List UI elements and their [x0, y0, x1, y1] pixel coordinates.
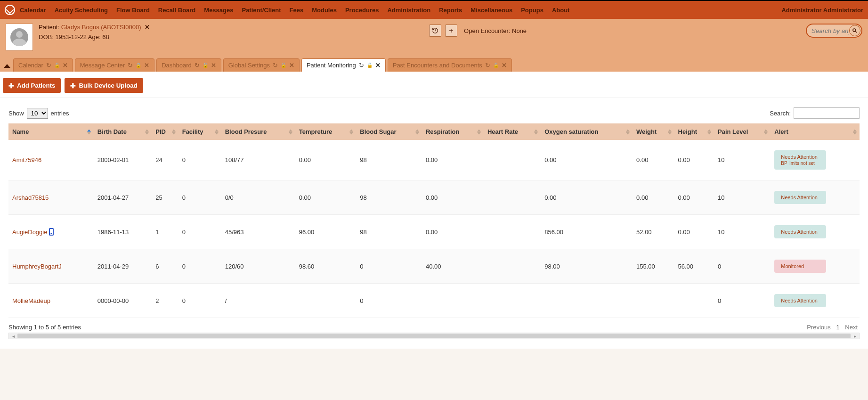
nav-item-modules[interactable]: Modules: [312, 7, 337, 14]
col-label: Height: [678, 128, 697, 135]
nav-item-patient-client[interactable]: Patient/Client: [242, 7, 281, 14]
cell: 98.60: [295, 249, 357, 284]
nav-item-flow-board[interactable]: Flow Board: [116, 7, 150, 14]
alert-badge[interactable]: Needs Attention: [774, 191, 826, 204]
global-search-button[interactable]: [849, 25, 860, 36]
nav-item-acuity-scheduling[interactable]: Acuity Scheduling: [55, 7, 108, 14]
clear-patient-icon[interactable]: ✕: [145, 24, 150, 31]
col-tempreture[interactable]: Tempreture: [295, 123, 357, 140]
alert-badge[interactable]: Needs AttentionBP limits not set: [774, 150, 826, 170]
patient-name-link[interactable]: HumphreyBogartJ: [12, 263, 62, 270]
col-heart-rate[interactable]: Heart Rate: [484, 123, 541, 140]
alert-badge[interactable]: Needs Attention: [774, 294, 826, 307]
close-icon[interactable]: ✕: [144, 62, 149, 69]
pager-current-page[interactable]: 1: [836, 324, 839, 331]
col-pain-level[interactable]: Pain Level: [714, 123, 771, 140]
page-size-select[interactable]: 10: [27, 108, 48, 119]
nav-item-about[interactable]: About: [552, 7, 570, 14]
cell-name[interactable]: Arshad75815: [8, 180, 94, 215]
tab-global-settings[interactable]: Global Settings✕: [223, 58, 300, 72]
refresh-icon[interactable]: [359, 62, 364, 69]
collapse-header-icon[interactable]: [4, 64, 10, 68]
nav-item-fees[interactable]: Fees: [290, 7, 304, 14]
col-pid[interactable]: PID: [152, 123, 178, 140]
cell: 0: [178, 284, 221, 318]
nav-item-miscellaneous[interactable]: Miscellaneous: [471, 7, 512, 14]
close-icon[interactable]: ✕: [375, 62, 381, 69]
patient-name-link[interactable]: Amit75946: [12, 156, 41, 163]
col-label: Tempreture: [299, 128, 333, 135]
patient-name-link[interactable]: MollieMadeup: [12, 297, 50, 304]
global-search-input[interactable]: [811, 27, 849, 34]
tab-dashboard[interactable]: Dashboard✕: [156, 58, 221, 72]
cell-name[interactable]: HumphreyBogartJ: [8, 249, 94, 284]
tab-message-center[interactable]: Message Center✕: [75, 58, 154, 72]
col-respiration[interactable]: Respiration: [422, 123, 484, 140]
table-search-input[interactable]: [794, 107, 860, 119]
refresh-icon[interactable]: [128, 62, 133, 69]
cell-name[interactable]: MollieMadeup: [8, 284, 94, 318]
horizontal-scrollbar[interactable]: ◂ ▸: [8, 333, 860, 339]
refresh-icon[interactable]: [485, 62, 490, 69]
close-icon[interactable]: ✕: [502, 62, 507, 69]
cell-name[interactable]: Amit75946: [8, 140, 94, 180]
patient-avatar[interactable]: [6, 24, 33, 51]
patient-name-link[interactable]: AugieDoggie: [12, 229, 47, 236]
col-birth-date[interactable]: Birth Date: [94, 123, 152, 140]
sort-icon: [349, 129, 353, 134]
col-height[interactable]: Height: [674, 123, 714, 140]
encounter-history-button[interactable]: [429, 24, 441, 37]
refresh-icon[interactable]: [273, 62, 278, 69]
cell: 0.00: [674, 215, 714, 249]
patient-name-link[interactable]: Arshad75815: [12, 194, 49, 201]
col-oxygen-saturation[interactable]: Oxygen saturation: [541, 123, 633, 140]
close-icon[interactable]: ✕: [63, 62, 68, 69]
unlock-icon[interactable]: [493, 63, 499, 68]
cell: 120/60: [221, 249, 295, 284]
col-weight[interactable]: Weight: [633, 123, 674, 140]
nav-item-recall-board[interactable]: Recall Board: [158, 7, 195, 14]
pager-next[interactable]: Next: [845, 324, 858, 331]
sort-icon: [477, 129, 481, 134]
nav-item-reports[interactable]: Reports: [439, 7, 462, 14]
add-patients-button[interactable]: ✚Add Patients: [3, 78, 61, 93]
alert-badge[interactable]: Monitored: [774, 260, 826, 273]
cell-name[interactable]: AugieDoggie: [8, 215, 94, 249]
nav-item-calendar[interactable]: Calendar: [20, 7, 46, 14]
close-icon[interactable]: ✕: [289, 62, 294, 69]
col-name[interactable]: Name: [8, 123, 94, 140]
tab-calendar[interactable]: Calendar✕: [13, 58, 73, 72]
tab-patient-monitoring[interactable]: Patient Monitoring✕: [301, 58, 386, 72]
refresh-icon[interactable]: [46, 62, 51, 69]
nav-item-popups[interactable]: Popups: [521, 7, 544, 14]
alert-badge[interactable]: Needs Attention: [774, 225, 826, 238]
col-label: PID: [155, 128, 166, 135]
new-encounter-button[interactable]: [445, 24, 457, 37]
scroll-right-icon[interactable]: ▸: [851, 333, 859, 339]
refresh-icon[interactable]: [195, 62, 200, 69]
cell-alert: Needs Attention: [771, 215, 860, 249]
col-blood-presure[interactable]: Blood Presure: [221, 123, 295, 140]
unlock-icon[interactable]: [367, 63, 373, 68]
app-logo-icon[interactable]: [5, 5, 15, 15]
unlock-icon[interactable]: [54, 63, 60, 68]
patient-label: Patient:: [39, 24, 59, 31]
tab-past-encounters-and-documents[interactable]: Past Encounters and Documents✕: [388, 58, 512, 72]
unlock-icon[interactable]: [203, 63, 208, 68]
nav-item-administration[interactable]: Administration: [387, 7, 430, 14]
scroll-left-icon[interactable]: ◂: [9, 333, 17, 339]
patient-name-link[interactable]: Gladys Bogus (ABOTSI0000): [61, 24, 141, 31]
scroll-thumb[interactable]: [17, 334, 851, 338]
col-blood-sugar[interactable]: Blood Sugar: [356, 123, 422, 140]
bulk-device-upload-button[interactable]: ✚Bulk Device Upload: [65, 78, 143, 93]
col-facility[interactable]: Facility: [178, 123, 221, 140]
nav-item-procedures[interactable]: Procedures: [345, 7, 379, 14]
pager-previous[interactable]: Previous: [807, 324, 831, 331]
close-icon[interactable]: ✕: [211, 62, 216, 69]
unlock-icon[interactable]: [281, 63, 286, 68]
table-info: Showing 1 to 5 of 5 entries: [8, 324, 81, 331]
nav-item-messages[interactable]: Messages: [204, 7, 233, 14]
current-user[interactable]: Administrator Administrator: [781, 7, 863, 14]
lock-icon[interactable]: [136, 63, 141, 68]
col-alert[interactable]: Alert: [771, 123, 860, 140]
